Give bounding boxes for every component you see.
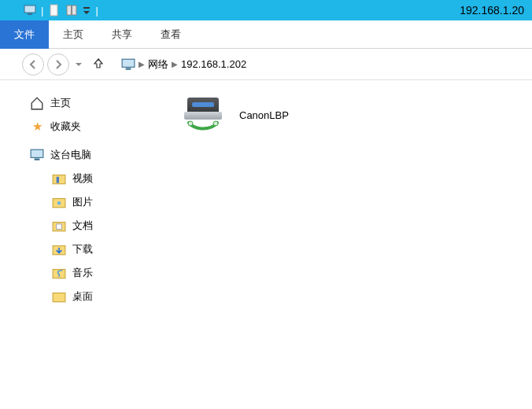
pc-icon [24, 4, 36, 17]
svg-rect-1 [28, 13, 32, 15]
svg-rect-11 [57, 177, 59, 183]
sidebar-item-pictures[interactable]: 图片 [30, 190, 157, 214]
title-sep-2: | [95, 5, 98, 17]
qat-dropdown-icon[interactable] [83, 4, 91, 17]
svg-rect-7 [126, 68, 131, 69]
home-icon [30, 96, 44, 110]
folder-icon [52, 219, 66, 233]
printer-item[interactable]: CanonLBP [181, 96, 532, 134]
svg-rect-18 [53, 293, 65, 302]
folder-icon [52, 266, 66, 280]
svg-point-13 [57, 201, 61, 205]
sidebar-item-downloads[interactable]: 下载 [30, 238, 157, 261]
folder-icon [52, 289, 66, 304]
svg-rect-15 [57, 224, 62, 230]
sidebar-item-label: 音乐 [72, 266, 93, 280]
title-bar: | | 192.168.1.20 [0, 0, 532, 20]
sidebar-item-label: 视频 [72, 171, 93, 186]
history-dropdown-icon[interactable] [72, 58, 85, 70]
up-button[interactable] [88, 57, 109, 71]
sidebar-item-label: 主页 [50, 96, 71, 110]
printer-label: CanonLBP [239, 109, 289, 121]
sidebar-item-label: 桌面 [72, 289, 93, 304]
sidebar-item-label: 这台电脑 [50, 148, 91, 162]
content-area: 主页 ★ 收藏夹 这台电脑 视频 图片 [0, 80, 532, 409]
folder-icon [52, 171, 66, 186]
nav-bar: ▶ 网络 ▶ 192.168.1.202 [0, 49, 532, 80]
folder-icon [52, 195, 66, 209]
svg-point-20 [213, 121, 218, 126]
main-pane[interactable]: CanonLBP [157, 80, 532, 409]
pc-icon [121, 57, 135, 72]
tab-home[interactable]: 主页 [49, 20, 98, 49]
tab-file[interactable]: 文件 [0, 20, 49, 49]
explorer-icon[interactable] [65, 4, 78, 17]
address-bar[interactable]: ▶ 网络 ▶ 192.168.1.202 [116, 55, 251, 74]
star-icon: ★ [30, 120, 44, 134]
breadcrumb-root[interactable]: 网络 [148, 57, 168, 72]
svg-rect-9 [35, 159, 40, 160]
svg-point-19 [188, 121, 193, 126]
sidebar-item-desktop[interactable]: 桌面 [30, 285, 157, 308]
window-title: 192.168.1.20 [460, 4, 524, 17]
svg-rect-4 [71, 6, 72, 15]
svg-rect-8 [31, 149, 43, 157]
ribbon: 文件 主页 共享 查看 [0, 20, 532, 49]
folder-icon [52, 242, 66, 256]
sidebar-item-music[interactable]: 音乐 [30, 261, 157, 285]
sidebar-item-favorites[interactable]: ★ 收藏夹 [30, 115, 157, 138]
sidebar-item-documents[interactable]: 文档 [30, 214, 157, 238]
sidebar-item-label: 下载 [72, 242, 93, 256]
sidebar-item-label: 文档 [72, 219, 93, 233]
sidebar-item-thispc[interactable]: 这台电脑 [30, 143, 157, 167]
sidebar: 主页 ★ 收藏夹 这台电脑 视频 图片 [0, 80, 157, 409]
svg-rect-6 [122, 59, 135, 67]
chevron-right-icon[interactable]: ▶ [172, 60, 178, 68]
sidebar-item-label: 收藏夹 [50, 120, 81, 134]
forward-button[interactable] [47, 53, 69, 76]
sidebar-item-label: 图片 [72, 195, 93, 209]
tab-share[interactable]: 共享 [98, 20, 146, 49]
pc-icon [30, 148, 44, 162]
sidebar-item-videos[interactable]: 视频 [30, 167, 157, 190]
svg-rect-5 [83, 7, 90, 9]
new-doc-icon[interactable] [48, 4, 61, 17]
printer-icon [181, 96, 228, 134]
title-sep: | [41, 5, 43, 17]
tab-view[interactable]: 查看 [146, 20, 195, 49]
sidebar-item-home[interactable]: 主页 [30, 91, 157, 115]
svg-rect-0 [24, 6, 35, 13]
chevron-right-icon[interactable]: ▶ [139, 60, 145, 68]
back-button[interactable] [22, 53, 44, 76]
breadcrumb-leaf[interactable]: 192.168.1.202 [181, 58, 246, 70]
svg-rect-2 [50, 5, 57, 16]
